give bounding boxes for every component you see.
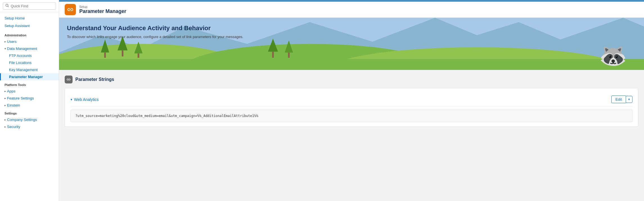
edit-button[interactable]: Edit	[611, 96, 626, 103]
nav-link-setup-home[interactable]: Setup Home	[0, 14, 59, 22]
page-header: Setup Parameter Manager	[59, 2, 644, 18]
sidebar-subitem-file-locations[interactable]: File Locations	[0, 59, 59, 66]
content-area: Parameter Strings ▾ Web Analytics Edit ▾…	[59, 70, 644, 201]
sidebar-subitem-ftp-label: FTP Accounts	[9, 54, 32, 58]
sidebar-item-feature-label: Feature Settings	[7, 96, 34, 100]
sidebar-item-company-settings[interactable]: Company Settings	[0, 116, 59, 123]
sidebar-item-feature-settings[interactable]: Feature Settings	[0, 95, 59, 102]
svg-line-1	[8, 6, 9, 7]
chevron-down-icon	[4, 47, 6, 50]
sidebar-item-company-label: Company Settings	[7, 118, 37, 122]
sidebar-item-users[interactable]: Users	[0, 38, 59, 45]
web-analytics-link[interactable]: Web Analytics	[74, 97, 99, 102]
sidebar-item-einstein[interactable]: Einstein	[0, 102, 59, 109]
sidebar-subitem-param-label: Parameter Manager	[9, 75, 43, 79]
header-icon-wrapper	[65, 4, 76, 15]
sidebar: Setup Home Setup Assistant Administratio…	[0, 0, 59, 201]
mascot-illustration: 🦝	[599, 45, 627, 67]
chevron-right-icon	[4, 40, 6, 43]
section-icon	[65, 76, 73, 83]
svg-rect-13	[138, 53, 139, 58]
section-header: Parameter Strings	[65, 76, 638, 83]
svg-rect-15	[272, 52, 274, 58]
sidebar-nav: Setup Home Setup Assistant Administratio…	[0, 12, 59, 201]
nav-link-setup-assistant[interactable]: Setup Assistant	[0, 22, 59, 30]
param-strings-card: ▾ Web Analytics Edit ▾ ?utm_source=marke…	[65, 88, 638, 127]
section-label-administration: Administration	[0, 31, 59, 38]
hero-banner: Understand Your Audience Activity and Be…	[59, 18, 644, 70]
search-box[interactable]	[3, 2, 56, 10]
section-label-settings: Settings	[0, 109, 59, 116]
chevron-right-feature-icon	[4, 97, 6, 100]
sidebar-subitem-parameter-manager[interactable]: Parameter Manager	[0, 73, 59, 80]
web-analytics-row: ▾ Web Analytics Edit ▾	[71, 93, 632, 106]
header-subtitle: Setup	[79, 5, 126, 8]
main-content: Setup Parameter Manager Understand Your …	[59, 0, 644, 201]
sidebar-item-data-management[interactable]: Data Management	[0, 45, 59, 52]
search-wrapper	[0, 0, 59, 12]
sidebar-item-apps-label: Apps	[7, 89, 15, 93]
web-analytics-actions: Edit ▾	[611, 96, 632, 103]
parameter-manager-icon	[67, 6, 74, 13]
sidebar-item-users-label: Users	[7, 39, 17, 44]
sidebar-subitem-ftp-accounts[interactable]: FTP Accounts	[0, 52, 59, 59]
section-label-platform-tools: Platform Tools	[0, 80, 59, 88]
svg-rect-11	[122, 50, 123, 57]
sidebar-item-security-label: Security	[7, 125, 20, 129]
sidebar-item-security[interactable]: Security	[0, 123, 59, 130]
sidebar-subitem-key-label: Key Management	[9, 68, 38, 72]
chevron-right-company-icon	[4, 118, 6, 121]
param-value-display: ?utm_source=marketing%20cloud&utm_medium…	[71, 110, 632, 122]
dropdown-button[interactable]: ▾	[626, 96, 632, 103]
sidebar-item-data-management-label: Data Management	[7, 47, 37, 51]
banner-description: To discover which links engage your audi…	[67, 35, 243, 39]
svg-rect-9	[104, 52, 106, 58]
section-title: Parameter Strings	[75, 77, 114, 82]
header-title: Parameter Manager	[79, 8, 126, 14]
chevron-right-apps-icon	[4, 90, 6, 93]
sidebar-item-apps[interactable]: Apps	[0, 88, 59, 95]
svg-rect-7	[59, 59, 644, 70]
web-analytics-left: ▾ Web Analytics	[71, 97, 99, 102]
chevron-right-security-icon	[4, 125, 6, 128]
banner-heading: Understand Your Audience Activity and Be…	[67, 25, 243, 32]
chevron-right-einstein-icon	[4, 104, 6, 107]
svg-rect-17	[288, 52, 290, 58]
sidebar-subitem-file-label: File Locations	[9, 61, 31, 65]
web-analytics-chevron-icon[interactable]: ▾	[71, 98, 72, 101]
banner-text: Understand Your Audience Activity and Be…	[67, 25, 243, 39]
sidebar-subitem-key-management[interactable]: Key Management	[0, 66, 59, 73]
sidebar-item-einstein-label: Einstein	[7, 103, 20, 107]
nav-top-links: Setup Home Setup Assistant	[0, 14, 59, 31]
header-title-group: Setup Parameter Manager	[79, 5, 126, 14]
search-input[interactable]	[11, 4, 53, 8]
search-icon	[5, 4, 9, 8]
